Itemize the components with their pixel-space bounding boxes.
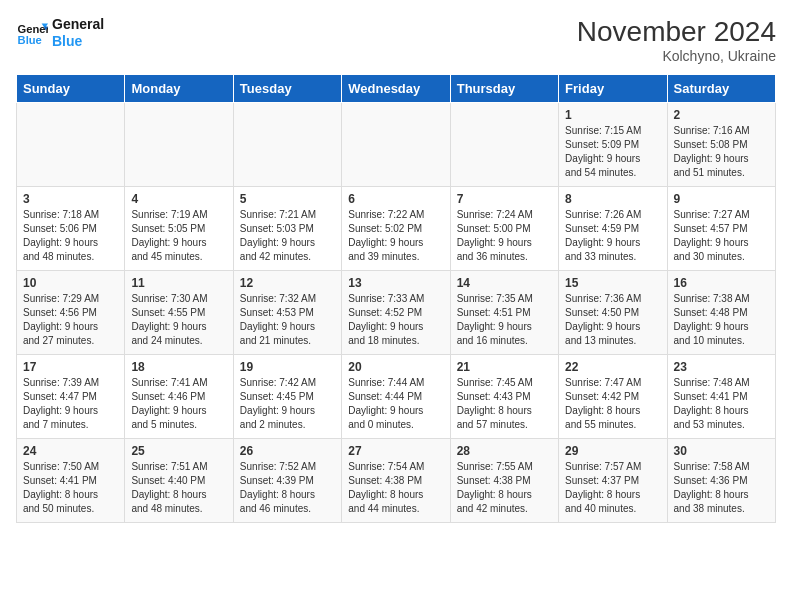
- day-number: 18: [131, 360, 226, 374]
- day-number: 16: [674, 276, 769, 290]
- day-info: Sunrise: 7:39 AM Sunset: 4:47 PM Dayligh…: [23, 376, 118, 432]
- cell-w0-d4: [450, 103, 558, 187]
- cell-w4-d0: 24Sunrise: 7:50 AM Sunset: 4:41 PM Dayli…: [17, 439, 125, 523]
- day-number: 1: [565, 108, 660, 122]
- day-info: Sunrise: 7:15 AM Sunset: 5:09 PM Dayligh…: [565, 124, 660, 180]
- day-number: 24: [23, 444, 118, 458]
- cell-w4-d2: 26Sunrise: 7:52 AM Sunset: 4:39 PM Dayli…: [233, 439, 341, 523]
- cell-w0-d1: [125, 103, 233, 187]
- cell-w2-d1: 11Sunrise: 7:30 AM Sunset: 4:55 PM Dayli…: [125, 271, 233, 355]
- day-info: Sunrise: 7:33 AM Sunset: 4:52 PM Dayligh…: [348, 292, 443, 348]
- day-info: Sunrise: 7:44 AM Sunset: 4:44 PM Dayligh…: [348, 376, 443, 432]
- day-info: Sunrise: 7:24 AM Sunset: 5:00 PM Dayligh…: [457, 208, 552, 264]
- calendar: Sunday Monday Tuesday Wednesday Thursday…: [16, 74, 776, 523]
- cell-w1-d1: 4Sunrise: 7:19 AM Sunset: 5:05 PM Daylig…: [125, 187, 233, 271]
- day-info: Sunrise: 7:45 AM Sunset: 4:43 PM Dayligh…: [457, 376, 552, 432]
- day-number: 22: [565, 360, 660, 374]
- day-number: 15: [565, 276, 660, 290]
- day-info: Sunrise: 7:22 AM Sunset: 5:02 PM Dayligh…: [348, 208, 443, 264]
- col-thursday: Thursday: [450, 75, 558, 103]
- header-row: Sunday Monday Tuesday Wednesday Thursday…: [17, 75, 776, 103]
- cell-w4-d6: 30Sunrise: 7:58 AM Sunset: 4:36 PM Dayli…: [667, 439, 775, 523]
- day-info: Sunrise: 7:35 AM Sunset: 4:51 PM Dayligh…: [457, 292, 552, 348]
- title-block: November 2024 Kolchyno, Ukraine: [577, 16, 776, 64]
- day-info: Sunrise: 7:18 AM Sunset: 5:06 PM Dayligh…: [23, 208, 118, 264]
- cell-w0-d5: 1Sunrise: 7:15 AM Sunset: 5:09 PM Daylig…: [559, 103, 667, 187]
- cell-w0-d6: 2Sunrise: 7:16 AM Sunset: 5:08 PM Daylig…: [667, 103, 775, 187]
- day-info: Sunrise: 7:38 AM Sunset: 4:48 PM Dayligh…: [674, 292, 769, 348]
- cell-w0-d3: [342, 103, 450, 187]
- day-info: Sunrise: 7:51 AM Sunset: 4:40 PM Dayligh…: [131, 460, 226, 516]
- cell-w3-d1: 18Sunrise: 7:41 AM Sunset: 4:46 PM Dayli…: [125, 355, 233, 439]
- cell-w3-d4: 21Sunrise: 7:45 AM Sunset: 4:43 PM Dayli…: [450, 355, 558, 439]
- day-info: Sunrise: 7:57 AM Sunset: 4:37 PM Dayligh…: [565, 460, 660, 516]
- month-title: November 2024: [577, 16, 776, 48]
- week-row-1: 3Sunrise: 7:18 AM Sunset: 5:06 PM Daylig…: [17, 187, 776, 271]
- calendar-body: 1Sunrise: 7:15 AM Sunset: 5:09 PM Daylig…: [17, 103, 776, 523]
- day-info: Sunrise: 7:32 AM Sunset: 4:53 PM Dayligh…: [240, 292, 335, 348]
- svg-text:Blue: Blue: [18, 34, 42, 46]
- day-number: 28: [457, 444, 552, 458]
- day-info: Sunrise: 7:50 AM Sunset: 4:41 PM Dayligh…: [23, 460, 118, 516]
- day-info: Sunrise: 7:47 AM Sunset: 4:42 PM Dayligh…: [565, 376, 660, 432]
- week-row-2: 10Sunrise: 7:29 AM Sunset: 4:56 PM Dayli…: [17, 271, 776, 355]
- day-number: 6: [348, 192, 443, 206]
- calendar-header: Sunday Monday Tuesday Wednesday Thursday…: [17, 75, 776, 103]
- cell-w3-d5: 22Sunrise: 7:47 AM Sunset: 4:42 PM Dayli…: [559, 355, 667, 439]
- day-info: Sunrise: 7:30 AM Sunset: 4:55 PM Dayligh…: [131, 292, 226, 348]
- week-row-4: 24Sunrise: 7:50 AM Sunset: 4:41 PM Dayli…: [17, 439, 776, 523]
- day-info: Sunrise: 7:19 AM Sunset: 5:05 PM Dayligh…: [131, 208, 226, 264]
- cell-w3-d2: 19Sunrise: 7:42 AM Sunset: 4:45 PM Dayli…: [233, 355, 341, 439]
- col-saturday: Saturday: [667, 75, 775, 103]
- cell-w4-d1: 25Sunrise: 7:51 AM Sunset: 4:40 PM Dayli…: [125, 439, 233, 523]
- day-number: 12: [240, 276, 335, 290]
- cell-w4-d4: 28Sunrise: 7:55 AM Sunset: 4:38 PM Dayli…: [450, 439, 558, 523]
- col-friday: Friday: [559, 75, 667, 103]
- cell-w1-d2: 5Sunrise: 7:21 AM Sunset: 5:03 PM Daylig…: [233, 187, 341, 271]
- day-info: Sunrise: 7:36 AM Sunset: 4:50 PM Dayligh…: [565, 292, 660, 348]
- day-info: Sunrise: 7:42 AM Sunset: 4:45 PM Dayligh…: [240, 376, 335, 432]
- day-number: 5: [240, 192, 335, 206]
- cell-w1-d5: 8Sunrise: 7:26 AM Sunset: 4:59 PM Daylig…: [559, 187, 667, 271]
- col-monday: Monday: [125, 75, 233, 103]
- day-number: 3: [23, 192, 118, 206]
- day-info: Sunrise: 7:41 AM Sunset: 4:46 PM Dayligh…: [131, 376, 226, 432]
- logo-icon: General Blue: [16, 17, 48, 49]
- day-number: 29: [565, 444, 660, 458]
- col-tuesday: Tuesday: [233, 75, 341, 103]
- day-number: 13: [348, 276, 443, 290]
- day-number: 10: [23, 276, 118, 290]
- week-row-3: 17Sunrise: 7:39 AM Sunset: 4:47 PM Dayli…: [17, 355, 776, 439]
- day-info: Sunrise: 7:58 AM Sunset: 4:36 PM Dayligh…: [674, 460, 769, 516]
- cell-w1-d4: 7Sunrise: 7:24 AM Sunset: 5:00 PM Daylig…: [450, 187, 558, 271]
- cell-w1-d0: 3Sunrise: 7:18 AM Sunset: 5:06 PM Daylig…: [17, 187, 125, 271]
- logo: General Blue General Blue: [16, 16, 104, 50]
- day-number: 7: [457, 192, 552, 206]
- cell-w4-d5: 29Sunrise: 7:57 AM Sunset: 4:37 PM Dayli…: [559, 439, 667, 523]
- location: Kolchyno, Ukraine: [577, 48, 776, 64]
- day-info: Sunrise: 7:27 AM Sunset: 4:57 PM Dayligh…: [674, 208, 769, 264]
- cell-w4-d3: 27Sunrise: 7:54 AM Sunset: 4:38 PM Dayli…: [342, 439, 450, 523]
- day-number: 11: [131, 276, 226, 290]
- day-number: 8: [565, 192, 660, 206]
- cell-w3-d3: 20Sunrise: 7:44 AM Sunset: 4:44 PM Dayli…: [342, 355, 450, 439]
- day-number: 26: [240, 444, 335, 458]
- day-number: 9: [674, 192, 769, 206]
- cell-w3-d0: 17Sunrise: 7:39 AM Sunset: 4:47 PM Dayli…: [17, 355, 125, 439]
- day-info: Sunrise: 7:21 AM Sunset: 5:03 PM Dayligh…: [240, 208, 335, 264]
- day-info: Sunrise: 7:54 AM Sunset: 4:38 PM Dayligh…: [348, 460, 443, 516]
- day-number: 21: [457, 360, 552, 374]
- page-container: General Blue General Blue November 2024 …: [0, 0, 792, 531]
- day-number: 14: [457, 276, 552, 290]
- day-info: Sunrise: 7:48 AM Sunset: 4:41 PM Dayligh…: [674, 376, 769, 432]
- cell-w2-d0: 10Sunrise: 7:29 AM Sunset: 4:56 PM Dayli…: [17, 271, 125, 355]
- day-info: Sunrise: 7:52 AM Sunset: 4:39 PM Dayligh…: [240, 460, 335, 516]
- day-number: 30: [674, 444, 769, 458]
- cell-w2-d4: 14Sunrise: 7:35 AM Sunset: 4:51 PM Dayli…: [450, 271, 558, 355]
- cell-w2-d2: 12Sunrise: 7:32 AM Sunset: 4:53 PM Dayli…: [233, 271, 341, 355]
- day-number: 2: [674, 108, 769, 122]
- week-row-0: 1Sunrise: 7:15 AM Sunset: 5:09 PM Daylig…: [17, 103, 776, 187]
- day-number: 17: [23, 360, 118, 374]
- header: General Blue General Blue November 2024 …: [16, 16, 776, 64]
- col-sunday: Sunday: [17, 75, 125, 103]
